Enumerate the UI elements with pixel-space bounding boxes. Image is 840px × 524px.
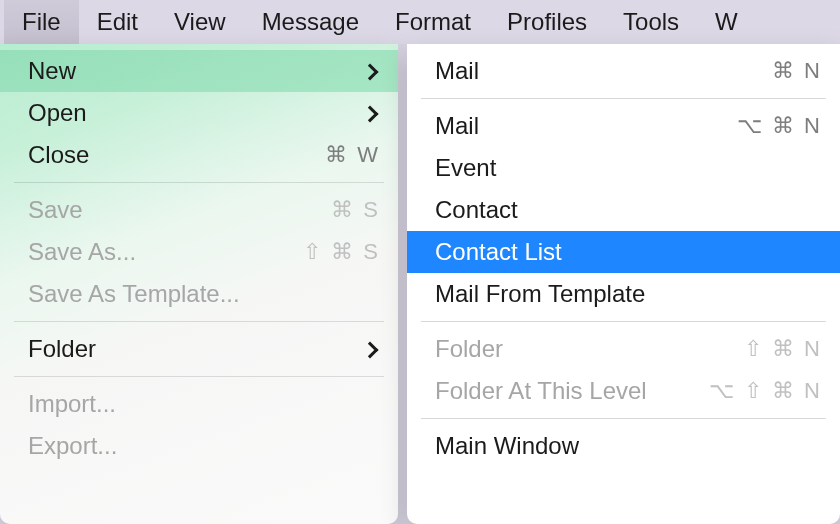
menu-item-label: Folder bbox=[28, 335, 362, 363]
menu-tools[interactable]: Tools bbox=[605, 0, 697, 44]
menu-item-label: Close bbox=[28, 141, 290, 169]
shortcut: ⇧ ⌘ N bbox=[732, 336, 822, 362]
menu-item-label: Contact List bbox=[435, 238, 822, 266]
file-open[interactable]: Open bbox=[0, 92, 398, 134]
menu-item-label: Main Window bbox=[435, 432, 822, 460]
new-mail-alt[interactable]: Mail ⌥ ⌘ N bbox=[407, 105, 840, 147]
menu-item-label: Folder bbox=[435, 335, 732, 363]
file-new[interactable]: New bbox=[0, 50, 398, 92]
new-contact[interactable]: Contact bbox=[407, 189, 840, 231]
menu-item-label: Save As... bbox=[28, 238, 290, 266]
chevron-right-icon bbox=[362, 100, 380, 126]
menu-item-label: Mail From Template bbox=[435, 280, 822, 308]
menu-file[interactable]: File bbox=[4, 0, 79, 44]
file-save-as: Save As... ⇧ ⌘ S bbox=[0, 231, 398, 273]
menu-profiles[interactable]: Profiles bbox=[489, 0, 605, 44]
separator bbox=[14, 321, 384, 322]
separator bbox=[14, 182, 384, 183]
new-mail-from-template[interactable]: Mail From Template bbox=[407, 273, 840, 315]
menu-label: Format bbox=[395, 8, 471, 35]
menu-label: Tools bbox=[623, 8, 679, 35]
shortcut: ⌘ S bbox=[290, 197, 380, 223]
menu-item-label: Import... bbox=[28, 390, 380, 418]
shortcut: ⌘ N bbox=[732, 58, 822, 84]
new-submenu: Mail ⌘ N Mail ⌥ ⌘ N Event Contact Contac… bbox=[407, 44, 840, 524]
menu-item-label: Contact bbox=[435, 196, 822, 224]
menu-format[interactable]: Format bbox=[377, 0, 489, 44]
new-folder: Folder ⇧ ⌘ N bbox=[407, 328, 840, 370]
menu-label: Message bbox=[262, 8, 359, 35]
menu-item-label: Mail bbox=[435, 57, 732, 85]
shortcut: ⌥ ⇧ ⌘ N bbox=[709, 378, 822, 404]
menu-item-label: Folder At This Level bbox=[435, 377, 709, 405]
menu-label: Profiles bbox=[507, 8, 587, 35]
menu-item-label: Save As Template... bbox=[28, 280, 380, 308]
menu-item-label: Save bbox=[28, 196, 290, 224]
chevron-right-icon bbox=[362, 58, 380, 84]
menubar: File Edit View Message Format Profiles T… bbox=[0, 0, 840, 44]
shortcut: ⌘ W bbox=[290, 142, 380, 168]
separator bbox=[421, 98, 826, 99]
shortcut: ⌥ ⌘ N bbox=[732, 113, 822, 139]
file-dropdown: New Open Close ⌘ W Save ⌘ S Save As... ⇧… bbox=[0, 44, 398, 524]
menu-item-label: New bbox=[28, 57, 362, 85]
file-export: Export... bbox=[0, 425, 398, 467]
menu-window-partial[interactable]: W bbox=[697, 0, 756, 44]
file-close[interactable]: Close ⌘ W bbox=[0, 134, 398, 176]
file-save: Save ⌘ S bbox=[0, 189, 398, 231]
new-main-window[interactable]: Main Window bbox=[407, 425, 840, 467]
file-folder[interactable]: Folder bbox=[0, 328, 398, 370]
menu-message[interactable]: Message bbox=[244, 0, 377, 44]
menu-item-label: Mail bbox=[435, 112, 732, 140]
new-event[interactable]: Event bbox=[407, 147, 840, 189]
menu-label: Edit bbox=[97, 8, 138, 35]
menu-label: View bbox=[174, 8, 226, 35]
file-save-as-template: Save As Template... bbox=[0, 273, 398, 315]
menu-label: W bbox=[715, 8, 738, 35]
menu-view[interactable]: View bbox=[156, 0, 244, 44]
menus-area: New Open Close ⌘ W Save ⌘ S Save As... ⇧… bbox=[0, 44, 840, 524]
separator bbox=[421, 418, 826, 419]
menu-item-label: Open bbox=[28, 99, 362, 127]
menu-item-label: Event bbox=[435, 154, 822, 182]
menu-item-label: Export... bbox=[28, 432, 380, 460]
shortcut: ⇧ ⌘ S bbox=[290, 239, 380, 265]
separator bbox=[14, 376, 384, 377]
menu-edit[interactable]: Edit bbox=[79, 0, 156, 44]
chevron-right-icon bbox=[362, 336, 380, 362]
separator bbox=[421, 321, 826, 322]
new-folder-at-level: Folder At This Level ⌥ ⇧ ⌘ N bbox=[407, 370, 840, 412]
new-contact-list[interactable]: Contact List bbox=[407, 231, 840, 273]
new-mail[interactable]: Mail ⌘ N bbox=[407, 50, 840, 92]
file-import: Import... bbox=[0, 383, 398, 425]
menu-label: File bbox=[22, 8, 61, 35]
